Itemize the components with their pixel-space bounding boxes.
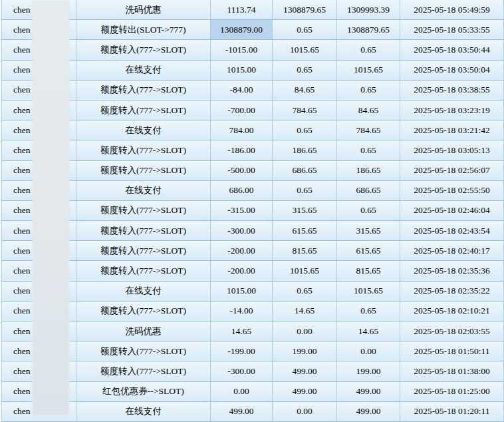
balance-after-cell: 0.00	[337, 341, 400, 361]
balance-before-cell: 0.65	[273, 181, 337, 200]
table-row[interactable]: chen 在线支付 686.00 0.65 686.65 2025-05-18 …	[1, 181, 504, 201]
balance-after-cell: 186.65	[337, 161, 400, 180]
transaction-type-cell: 洗码优惠	[76, 321, 211, 341]
timestamp-cell: 2025-05-18 01:50:11	[400, 341, 504, 361]
amount-cell: -700.00	[211, 101, 273, 120]
amount-cell: -186.00	[211, 140, 273, 160]
timestamp-cell: 2025-05-18 02:10:21	[400, 302, 504, 321]
table-row[interactable]: chen 额度转出(SLOT->777) 1308879.00 0.65 130…	[1, 20, 504, 40]
timestamp-cell: 2025-05-18 03:50:44	[400, 40, 504, 59]
table-row[interactable]: chen 额度转入(777->SLOT) -199.00 199.00 0.00…	[1, 341, 504, 361]
amount-cell: -199.00	[211, 341, 273, 361]
balance-after-cell: 14.65	[337, 321, 400, 341]
balance-before-cell: 615.65	[273, 221, 337, 240]
transaction-type-cell: 在线支付	[76, 402, 211, 421]
table-row[interactable]: chen 额度转入(777->SLOT) -315.00 315.65 0.65…	[1, 201, 504, 221]
table-row[interactable]: chen 额度转入(777->SLOT) -14.00 14.65 0.65 2…	[1, 302, 504, 321]
table-row[interactable]: chen 在线支付 784.00 0.65 784.65 2025-05-18 …	[1, 120, 504, 140]
timestamp-cell: 2025-05-18 03:50:04	[400, 61, 504, 80]
table-row[interactable]: chen 在线支付 1015.00 0.65 1015.65 2025-05-1…	[1, 61, 504, 81]
amount-cell: -14.00	[211, 302, 273, 321]
amount-cell: -300.00	[211, 361, 273, 381]
transaction-type-cell: 在线支付	[76, 120, 211, 140]
timestamp-cell: 2025-05-18 02:03:55	[400, 321, 504, 341]
amount-cell: 0.00	[211, 382, 273, 401]
balance-before-cell: 84.65	[273, 81, 337, 100]
balance-before-cell: 1015.65	[273, 40, 337, 59]
balance-before-cell: 0.65	[273, 282, 337, 301]
timestamp-cell: 2025-05-18 03:23:19	[400, 101, 504, 120]
amount-cell: 14.65	[211, 321, 273, 341]
balance-before-cell: 0.65	[273, 61, 337, 80]
transaction-type-cell: 额度转入(777->SLOT)	[76, 140, 211, 160]
balance-before-cell: 1015.65	[273, 261, 337, 280]
timestamp-cell: 2025-05-18 02:56:07	[400, 161, 504, 180]
balance-after-cell: 199.00	[337, 361, 400, 381]
amount-cell: -200.00	[211, 241, 273, 260]
amount-cell: -500.00	[211, 161, 273, 180]
balance-after-cell: 615.65	[337, 241, 400, 260]
timestamp-cell: 2025-05-18 02:35:22	[400, 282, 504, 301]
balance-before-cell: 784.65	[273, 101, 337, 120]
table-row[interactable]: chen 洗码优惠 14.65 0.00 14.65 2025-05-18 02…	[1, 321, 504, 341]
balance-after-cell: 499.00	[337, 402, 400, 421]
amount-cell: -1015.00	[211, 40, 273, 59]
balance-after-cell: 1015.65	[337, 282, 400, 301]
transaction-type-cell: 额度转出(SLOT->777)	[76, 20, 211, 39]
timestamp-cell: 2025-05-18 03:05:13	[400, 140, 504, 160]
transaction-type-cell: 额度转入(777->SLOT)	[76, 40, 211, 59]
table-row[interactable]: chen 额度转入(777->SLOT) -500.00 686.65 186.…	[1, 161, 504, 181]
timestamp-cell: 2025-05-18 03:38:55	[400, 81, 504, 100]
balance-before-cell: 14.65	[273, 302, 337, 321]
balance-after-cell: 0.65	[337, 302, 400, 321]
table-row[interactable]: chen 额度转入(777->SLOT) -84.00 84.65 0.65 2…	[1, 81, 504, 101]
transaction-type-cell: 额度转入(777->SLOT)	[76, 361, 211, 381]
balance-before-cell: 0.00	[273, 402, 337, 421]
balance-before-cell: 815.65	[273, 241, 337, 260]
transaction-type-cell: 额度转入(777->SLOT)	[76, 241, 211, 260]
balance-before-cell: 199.00	[273, 341, 337, 361]
transaction-type-cell: 红包优惠券-->SLOT)	[76, 382, 211, 401]
table-row[interactable]: chen 额度转入(777->SLOT) -300.00 615.65 315.…	[1, 221, 504, 241]
balance-before-cell: 315.65	[273, 201, 337, 220]
balance-after-cell: 1015.65	[337, 61, 400, 80]
transaction-type-cell: 额度转入(777->SLOT)	[76, 261, 211, 280]
balance-after-cell: 784.65	[337, 120, 400, 140]
transactions-table: chen 洗码优惠 1113.74 1308879.65 1309993.39 …	[0, 0, 504, 422]
timestamp-cell: 2025-05-18 01:20:11	[400, 402, 504, 421]
balance-after-cell: 84.65	[337, 101, 400, 120]
balance-after-cell: 1309993.39	[337, 0, 400, 19]
table-row[interactable]: chen 额度转入(777->SLOT) -200.00 1015.65 815…	[1, 261, 504, 281]
amount-cell: 686.00	[211, 181, 273, 200]
table-row[interactable]: chen 额度转入(777->SLOT) -1015.00 1015.65 0.…	[1, 40, 504, 60]
table-row[interactable]: chen 额度转入(777->SLOT) -186.00 186.65 0.65…	[1, 140, 504, 160]
balance-before-cell: 499.00	[273, 361, 337, 381]
amount-cell: -200.00	[211, 261, 273, 280]
balance-before-cell: 0.65	[273, 20, 337, 39]
balance-after-cell: 0.65	[337, 201, 400, 220]
timestamp-cell: 2025-05-18 02:43:54	[400, 221, 504, 240]
balance-after-cell: 0.65	[337, 81, 400, 100]
table-row[interactable]: chen 洗码优惠 1113.74 1308879.65 1309993.39 …	[1, 0, 504, 20]
balance-after-cell: 1308879.65	[337, 20, 400, 39]
balance-before-cell: 0.65	[273, 120, 337, 140]
amount-cell: 784.00	[211, 120, 273, 140]
balance-before-cell: 186.65	[273, 140, 337, 160]
username-redaction-blur	[33, 2, 68, 415]
table-row[interactable]: chen 额度转入(777->SLOT) -300.00 499.00 199.…	[1, 361, 504, 381]
table-row[interactable]: chen 红包优惠券-->SLOT) 0.00 499.00 499.00 20…	[1, 382, 504, 402]
balance-after-cell: 0.65	[337, 140, 400, 160]
timestamp-cell: 2025-05-18 01:38:00	[400, 361, 504, 381]
table-row[interactable]: chen 额度转入(777->SLOT) -200.00 815.65 615.…	[1, 241, 504, 261]
transaction-type-cell: 在线支付	[76, 181, 211, 200]
timestamp-cell: 2025-05-18 02:46:04	[400, 201, 504, 220]
transaction-type-cell: 额度转入(777->SLOT)	[76, 341, 211, 361]
timestamp-cell: 2025-05-18 02:40:17	[400, 241, 504, 260]
table-row[interactable]: chen 在线支付 1015.00 0.65 1015.65 2025-05-1…	[1, 282, 504, 302]
balance-after-cell: 686.65	[337, 181, 400, 200]
transaction-type-cell: 在线支付	[76, 282, 211, 301]
table-row[interactable]: chen 在线支付 499.00 0.00 499.00 2025-05-18 …	[1, 402, 504, 422]
transaction-type-cell: 额度转入(777->SLOT)	[76, 201, 211, 220]
table-row[interactable]: chen 额度转入(777->SLOT) -700.00 784.65 84.6…	[1, 101, 504, 120]
transaction-type-cell: 额度转入(777->SLOT)	[76, 221, 211, 240]
